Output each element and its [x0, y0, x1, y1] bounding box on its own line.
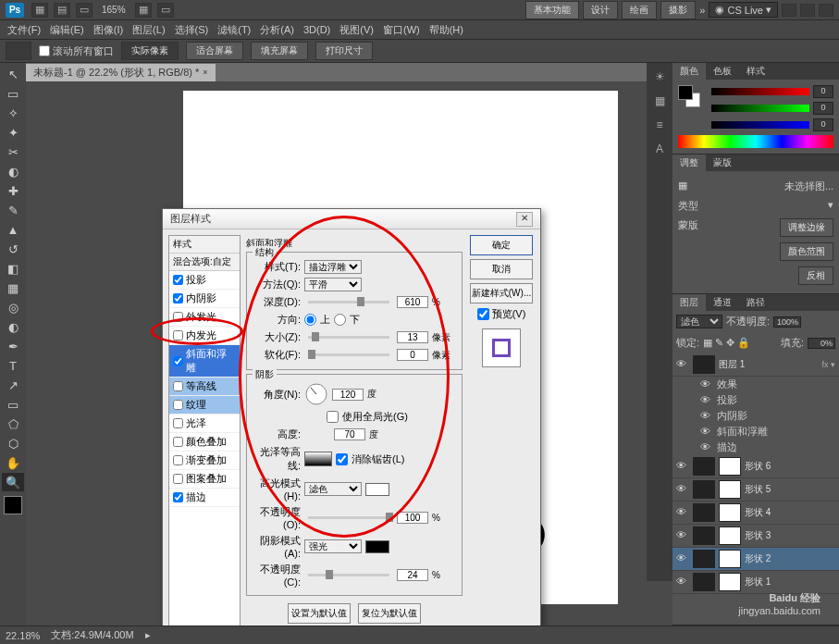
menu-3d[interactable]: 3D(D) [300, 22, 334, 37]
pen-tool[interactable]: ✒ [2, 337, 24, 355]
gradient-tool[interactable]: ▦ [2, 279, 24, 297]
zoom-tool[interactable]: 🔍 [2, 473, 24, 491]
shadow-color[interactable] [365, 540, 389, 553]
layer-row[interactable]: 👁形状 4 [672, 502, 839, 525]
char-panel-icon[interactable]: A [651, 141, 668, 157]
depth-input[interactable] [397, 296, 428, 308]
mask-thumb[interactable] [719, 550, 741, 568]
antialias-checkbox[interactable] [336, 453, 348, 465]
layer-effect[interactable]: 👁斜面和浮雕 [672, 424, 839, 440]
eraser-tool[interactable]: ◧ [2, 259, 24, 278]
color-range-button[interactable]: 颜色范围 [780, 242, 833, 261]
visibility-icon[interactable]: 👁 [676, 576, 689, 588]
highlight-opacity-slider[interactable] [308, 516, 389, 519]
menu-analysis[interactable]: 分析(A) [256, 21, 298, 39]
style-inner-glow[interactable]: 内发光 [169, 327, 240, 345]
fill-value[interactable]: 0% [808, 338, 835, 349]
style-inner-shadow[interactable]: 内阴影 [169, 290, 240, 308]
bevel-tech-select[interactable]: 平滑 [304, 278, 362, 291]
menu-edit[interactable]: 编辑(E) [46, 21, 88, 39]
mask-thumb[interactable] [719, 503, 741, 522]
layer-row[interactable]: 👁形状 3 [672, 525, 839, 548]
bevel-style-select[interactable]: 描边浮雕 [304, 260, 362, 274]
marquee-tool[interactable]: ▭ [2, 84, 24, 103]
style-color-overlay[interactable]: 颜色叠加 [169, 433, 240, 452]
visibility-icon[interactable]: 👁 [676, 529, 689, 542]
brush-tool[interactable]: ✎ [2, 201, 24, 219]
new-style-button[interactable]: 新建样式(W)... [470, 283, 533, 303]
tab-paths[interactable]: 路径 [739, 294, 772, 311]
direction-up[interactable] [304, 314, 316, 326]
fill-screen-button[interactable]: 填充屏幕 [251, 42, 308, 60]
opacity-value[interactable]: 100% [773, 316, 801, 328]
style-contour[interactable]: 等高线 [169, 378, 240, 396]
workspace-basic[interactable]: 基本功能 [525, 1, 579, 19]
mask-thumb[interactable] [719, 573, 741, 591]
layer-name[interactable]: 图层 1 [719, 358, 818, 371]
history-icon[interactable]: ▤ [54, 3, 70, 18]
layer-row[interactable]: 👁形状 5 [672, 478, 839, 502]
more-workspaces[interactable]: » [699, 5, 705, 16]
layer-thumb[interactable] [693, 480, 715, 499]
visibility-icon[interactable]: 👁 [676, 460, 689, 473]
shape-tool[interactable]: ▭ [2, 395, 24, 414]
maximize-icon[interactable] [800, 4, 815, 17]
3d-tool[interactable]: ⬠ [2, 415, 24, 433]
layer-thumb[interactable] [693, 550, 715, 568]
foreground-color[interactable] [4, 496, 22, 514]
layer-thumb[interactable] [693, 457, 715, 476]
layer-thumb[interactable] [693, 355, 715, 374]
ok-button[interactable]: 确定 [470, 235, 533, 255]
shadow-mode-select[interactable]: 强光 [304, 539, 362, 553]
close-tab-icon[interactable]: × [203, 68, 207, 77]
tab-styles[interactable]: 样式 [739, 63, 772, 80]
g-value[interactable]: 0 [813, 102, 833, 115]
crop-tool[interactable]: ✂ [2, 142, 24, 161]
move-tool[interactable]: ↖ [2, 65, 24, 83]
layer-effect[interactable]: 👁效果 [672, 377, 839, 392]
style-gradient-overlay[interactable]: 渐变叠加 [169, 452, 240, 470]
cancel-button[interactable]: 取消 [470, 259, 533, 279]
dialog-close-icon[interactable]: ✕ [516, 212, 533, 227]
tab-adjustments[interactable]: 调整 [672, 155, 706, 171]
highlight-mode-select[interactable]: 滤色 [304, 482, 362, 496]
heal-tool[interactable]: ✚ [2, 181, 24, 200]
gloss-contour[interactable] [304, 452, 332, 466]
layer-name[interactable]: 形状 1 [745, 576, 835, 588]
layer-name[interactable]: 形状 6 [745, 460, 835, 473]
depth-slider[interactable] [308, 301, 389, 303]
angle-input[interactable] [332, 389, 364, 401]
layer-row[interactable]: 👁形状 6 [672, 455, 839, 478]
scroll-all-checkbox[interactable]: 滚动所有窗口 [39, 44, 114, 58]
tool-preset[interactable] [6, 42, 31, 60]
style-stroke[interactable]: 描边 [169, 489, 240, 507]
layer-effect[interactable]: 👁内阴影 [672, 408, 839, 424]
tab-color[interactable]: 颜色 [672, 63, 706, 80]
layer-thumb[interactable] [693, 503, 715, 522]
clone-panel-icon[interactable]: ▦ [651, 93, 668, 109]
eyedropper-tool[interactable]: ◐ [2, 162, 24, 180]
r-value[interactable]: 0 [813, 85, 833, 98]
screen-icon[interactable]: ▭ [157, 3, 174, 18]
mask-thumb[interactable] [719, 457, 741, 476]
menu-help[interactable]: 帮助(H) [426, 21, 467, 39]
status-zoom[interactable]: 22.18% [6, 630, 40, 641]
layer-thumb[interactable] [693, 526, 715, 545]
menu-select[interactable]: 选择(S) [171, 21, 213, 39]
layer-name[interactable]: 形状 3 [745, 529, 835, 542]
tab-channels[interactable]: 通道 [706, 294, 739, 311]
size-input[interactable] [397, 331, 428, 343]
highlight-opacity-input[interactable] [397, 512, 428, 524]
actual-pixels-button[interactable]: 实际像素 [121, 42, 179, 60]
style-texture[interactable]: 纹理 [169, 396, 240, 415]
highlight-color[interactable] [365, 483, 389, 496]
print-size-button[interactable]: 打印尺寸 [315, 42, 373, 60]
lasso-tool[interactable]: ⟡ [2, 104, 24, 122]
menu-filter[interactable]: 滤镜(T) [214, 21, 254, 39]
mask-thumb[interactable] [719, 480, 741, 499]
path-tool[interactable]: ↗ [2, 376, 24, 394]
tab-swatches[interactable]: 色板 [706, 63, 739, 80]
style-satin[interactable]: 光泽 [169, 415, 240, 433]
3d-camera-tool[interactable]: ⬡ [2, 434, 24, 452]
blend-header[interactable]: 混合选项:自定 [169, 254, 240, 271]
